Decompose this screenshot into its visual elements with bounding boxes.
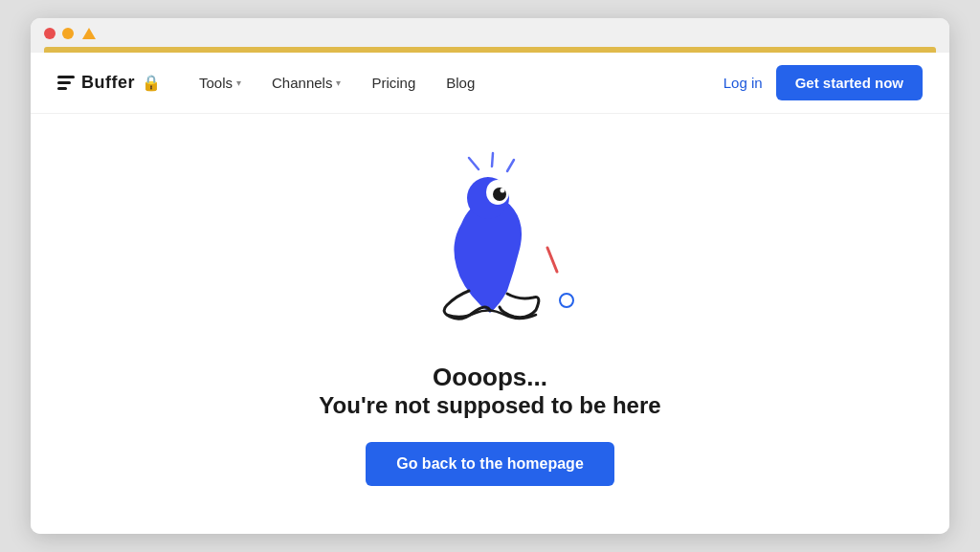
nav-links: Tools ▾ Channels ▾ Pricing Blog <box>199 75 724 91</box>
browser-window: Buffer 🔒 Tools ▾ Channels ▾ Pricing Blog… <box>31 18 949 534</box>
triangle-icon <box>82 28 96 39</box>
logo-emoji: 🔒 <box>142 74 161 92</box>
oops-text: Oooops... <box>319 363 660 392</box>
chevron-down-icon: ▾ <box>336 77 341 88</box>
buffer-logo-icon <box>57 76 75 90</box>
close-dot[interactable] <box>44 28 56 39</box>
svg-point-8 <box>560 294 573 307</box>
error-heading: Oooops... You're not supposed to be here <box>319 363 660 419</box>
nav-channels[interactable]: Channels ▾ <box>272 75 341 91</box>
login-button[interactable]: Log in <box>724 75 763 91</box>
browser-controls <box>44 28 936 39</box>
error-illustration <box>366 143 614 353</box>
go-home-button[interactable]: Go back to the homepage <box>366 442 614 486</box>
chevron-down-icon: ▾ <box>236 77 241 88</box>
nav-actions: Log in Get started now <box>724 65 923 100</box>
logo-text: Buffer <box>81 73 135 93</box>
navbar: Buffer 🔒 Tools ▾ Channels ▾ Pricing Blog… <box>31 53 949 114</box>
svg-point-3 <box>501 188 505 193</box>
svg-line-6 <box>469 158 479 169</box>
svg-line-5 <box>492 153 493 166</box>
svg-line-4 <box>507 160 514 171</box>
error-subtitle: You're not supposed to be here <box>319 392 660 419</box>
main-content: Oooops... You're not supposed to be here… <box>31 114 949 534</box>
nav-blog[interactable]: Blog <box>446 75 475 91</box>
nav-tools[interactable]: Tools ▾ <box>199 75 241 91</box>
minimize-dot[interactable] <box>62 28 74 39</box>
browser-chrome <box>31 18 949 53</box>
svg-line-7 <box>547 248 557 272</box>
get-started-button[interactable]: Get started now <box>776 65 923 100</box>
nav-pricing[interactable]: Pricing <box>371 75 415 91</box>
logo-area[interactable]: Buffer 🔒 <box>57 73 161 93</box>
